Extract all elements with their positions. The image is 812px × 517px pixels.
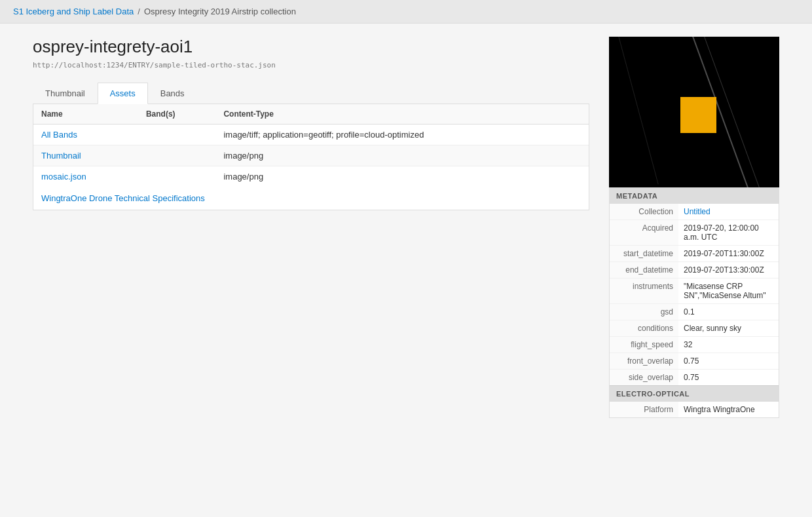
metadata-key: gsd [610, 304, 678, 320]
tab-thumbnail[interactable]: Thumbnail [33, 83, 98, 104]
metadata-key: front_overlap [610, 353, 678, 369]
entry-url: http://localhost:1234/ENTRY/sample-tiled… [33, 61, 589, 69]
thumbnail-container [609, 37, 779, 187]
asset-bands [138, 124, 216, 145]
col-content-type: Content-Type [215, 104, 589, 124]
satellite-image [609, 37, 779, 187]
metadata-value: 0.75 [678, 353, 779, 369]
asset-name-link[interactable]: All Bands [41, 130, 77, 140]
asset-bands [138, 145, 216, 166]
col-name: Name [33, 104, 138, 124]
metadata-rows: Collection Untitled Acquired 2019-07-20,… [610, 204, 779, 385]
metadata-row: front_overlap 0.75 [610, 353, 779, 370]
metadata-row: gsd 0.1 [610, 304, 779, 320]
metadata-value: "Micasense CRP SN","MicaSense Altum" [678, 278, 779, 303]
metadata-row: side_overlap 0.75 [610, 370, 779, 385]
eo-row: Platform Wingtra WingtraOne [610, 402, 779, 417]
tab-content-assets: Name Band(s) Content-Type All Bands imag… [33, 104, 589, 210]
electro-optical-header: ELECTRO-OPTICAL [610, 385, 779, 402]
metadata-section: METADATA Collection Untitled Acquired 20… [609, 187, 779, 418]
table-row: Thumbnail image/png [33, 145, 589, 166]
metadata-row: end_datetime 2019-07-20T13:30:00Z [610, 262, 779, 278]
metadata-key: end_datetime [610, 262, 678, 278]
metadata-key: side_overlap [610, 370, 678, 385]
metadata-row: start_datetime 2019-07-20T11:30:00Z [610, 246, 779, 262]
assets-table: Name Band(s) Content-Type All Bands imag… [33, 104, 589, 187]
breadcrumb-link[interactable]: S1 Iceberg and Ship Label Data [13, 7, 134, 16]
table-row: All Bands image/tiff; application=geotif… [33, 124, 589, 145]
metadata-value: 32 [678, 337, 779, 353]
metadata-key: instruments [610, 278, 678, 303]
asset-content-type: image/png [215, 166, 589, 187]
col-bands: Band(s) [138, 104, 216, 124]
metadata-header: METADATA [610, 188, 779, 204]
asset-content-type: image/png [215, 145, 589, 166]
metadata-value: 0.1 [678, 304, 779, 320]
asset-bands [138, 166, 216, 187]
breadcrumb: S1 Iceberg and Ship Label Data / Ospresy… [0, 0, 812, 24]
metadata-value: Clear, sunny sky [678, 320, 779, 336]
metadata-row: conditions Clear, sunny sky [610, 320, 779, 337]
metadata-key: flight_speed [610, 337, 678, 353]
tabs-bar: Thumbnail Assets Bands [33, 83, 589, 104]
tab-bands[interactable]: Bands [148, 83, 197, 104]
metadata-value[interactable]: Untitled [678, 204, 779, 220]
metadata-key: Acquired [610, 220, 678, 245]
metadata-key: conditions [610, 320, 678, 336]
asset-name-link[interactable]: mosaic.json [41, 172, 86, 182]
metadata-row: instruments "Micasense CRP SN","MicaSens… [610, 278, 779, 304]
eo-key: Platform [610, 402, 678, 417]
electro-optical-rows: Platform Wingtra WingtraOne [610, 402, 779, 417]
metadata-row: flight_speed 32 [610, 337, 779, 353]
metadata-value: 2019-07-20T13:30:00Z [678, 262, 779, 278]
metadata-value: 0.75 [678, 370, 779, 385]
asset-content-type: image/tiff; application=geotiff; profile… [215, 124, 589, 145]
entry-title: osprey-integrety-aoi1 [33, 37, 589, 57]
left-panel: osprey-integrety-aoi1 http://localhost:1… [33, 37, 589, 418]
breadcrumb-current: Ospresy Integrity 2019 Airstrip collecti… [144, 7, 296, 16]
metadata-row: Acquired 2019-07-20, 12:00:00 a.m. UTC [610, 220, 779, 246]
tab-assets[interactable]: Assets [98, 83, 148, 104]
table-row: mosaic.json image/png [33, 166, 589, 187]
metadata-key: Collection [610, 204, 678, 220]
sat-line-3 [611, 37, 658, 184]
asset-name-link[interactable]: Thumbnail [41, 151, 81, 161]
eo-value: Wingtra WingtraOne [678, 402, 779, 417]
main-content: osprey-integrety-aoi1 http://localhost:1… [13, 24, 799, 431]
metadata-value: 2019-07-20, 12:00:00 a.m. UTC [678, 220, 779, 245]
metadata-row: Collection Untitled [610, 204, 779, 220]
breadcrumb-separator: / [138, 7, 140, 16]
metadata-key: start_datetime [610, 246, 678, 261]
right-panel: METADATA Collection Untitled Acquired 20… [609, 37, 779, 418]
yellow-square-marker [680, 97, 716, 133]
metadata-value: 2019-07-20T11:30:00Z [678, 246, 779, 261]
external-link[interactable]: WingtraOne Drone Technical Specification… [33, 187, 589, 210]
